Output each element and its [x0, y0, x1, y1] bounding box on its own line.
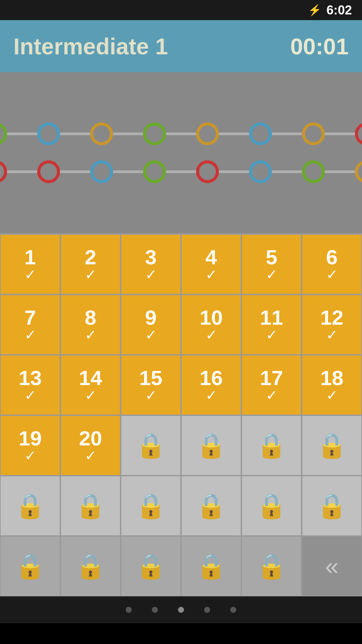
line-r2-6: [272, 170, 302, 173]
grid-cell-28[interactable]: 🔒: [181, 476, 241, 536]
dot-r1-3: [90, 122, 113, 145]
line-r2-7: [325, 170, 355, 173]
lock-icon-22: 🔒: [196, 431, 226, 460]
cell-check-9: ✓: [145, 328, 157, 342]
nav-dot-5: [230, 607, 236, 613]
dot-r1-1: [0, 122, 7, 145]
grid-cell-7[interactable]: 7✓: [0, 294, 60, 355]
cell-number-14: 14: [79, 368, 102, 388]
cell-check-7: ✓: [24, 328, 36, 342]
back-arrows-icon: «: [325, 552, 339, 580]
dot-r2-1: [0, 160, 7, 183]
grid-cell-19[interactable]: 19✓: [0, 415, 60, 476]
grid-cell-20[interactable]: 20✓: [60, 415, 121, 476]
grid-cell-26[interactable]: 🔒: [60, 476, 121, 536]
grid-cell-13[interactable]: 13✓: [0, 355, 60, 415]
dot-r2-5: [196, 160, 219, 183]
grid-cell-6[interactable]: 6✓: [302, 234, 362, 294]
dot-r2-2: [37, 160, 60, 183]
status-time: 6:02: [326, 3, 352, 17]
grid-cell-8[interactable]: 8✓: [60, 294, 121, 355]
lock-icon-27: 🔒: [136, 492, 166, 520]
nav-dot-4: [204, 607, 210, 613]
grid-cell-36[interactable]: «: [302, 536, 362, 596]
dots-container: [0, 122, 362, 183]
lock-icon-dark-35: 🔒: [256, 552, 287, 581]
grid-cell-15[interactable]: 15✓: [121, 355, 181, 415]
dots-row-1: [0, 122, 362, 145]
cell-number-10: 10: [200, 307, 223, 328]
grid-cell-30[interactable]: 🔒: [302, 476, 362, 536]
cell-check-18: ✓: [326, 388, 338, 402]
lock-icon-25: 🔒: [15, 492, 45, 520]
lock-icon-dark-31: 🔒: [15, 552, 45, 581]
puzzle-area: [0, 72, 362, 233]
cell-number-11: 11: [260, 307, 283, 328]
cell-check-1: ✓: [24, 268, 36, 282]
lock-icon-21: 🔒: [136, 431, 166, 460]
grid-cell-1[interactable]: 1✓: [0, 234, 60, 294]
grid-cell-14[interactable]: 14✓: [60, 355, 121, 415]
grid-cell-22[interactable]: 🔒: [181, 415, 241, 476]
status-bar: ⚡ 6:02: [0, 0, 362, 20]
cell-check-14: ✓: [85, 388, 97, 402]
grid-cell-35[interactable]: 🔒: [241, 536, 302, 596]
cell-check-12: ✓: [326, 328, 338, 342]
cell-check-3: ✓: [145, 268, 157, 282]
cell-number-4: 4: [205, 247, 217, 268]
lock-icon-dark-34: 🔒: [196, 552, 226, 581]
grid-cell-16[interactable]: 16✓: [181, 355, 241, 415]
grid-cell-25[interactable]: 🔒: [0, 476, 60, 536]
grid-cell-11[interactable]: 11✓: [241, 294, 302, 355]
grid-cell-2[interactable]: 2✓: [60, 234, 121, 294]
cell-check-17: ✓: [266, 388, 278, 402]
cell-number-1: 1: [24, 247, 36, 268]
header-bar: Intermediate 1 00:01: [0, 20, 362, 72]
cell-number-5: 5: [266, 247, 277, 268]
lock-icon-dark-32: 🔒: [75, 552, 106, 581]
line-r2-4: [166, 170, 196, 173]
grid-cell-23[interactable]: 🔒: [241, 415, 302, 476]
grid-cell-5[interactable]: 5✓: [241, 234, 302, 294]
grid-cell-34[interactable]: 🔒: [181, 536, 241, 596]
dot-r2-7: [302, 160, 325, 183]
line-r2-1: [7, 170, 37, 173]
line-r1-5: [219, 132, 249, 135]
grid-cell-21[interactable]: 🔒: [121, 415, 181, 476]
dot-r1-5: [196, 122, 219, 145]
grid-cell-3[interactable]: 3✓: [121, 234, 181, 294]
grid-cell-32[interactable]: 🔒: [60, 536, 121, 596]
cell-number-13: 13: [19, 368, 42, 388]
grid-cell-10[interactable]: 10✓: [181, 294, 241, 355]
line-r1-1: [7, 132, 37, 135]
grid-cell-24[interactable]: 🔒: [302, 415, 362, 476]
dot-r1-7: [302, 122, 325, 145]
grid-cell-4[interactable]: 4✓: [181, 234, 241, 294]
line-r1-3: [113, 132, 143, 135]
grid-cell-27[interactable]: 🔒: [121, 476, 181, 536]
line-r1-7: [325, 132, 355, 135]
cell-check-6: ✓: [326, 268, 338, 282]
bottom-nav: [0, 596, 362, 623]
grid-cell-18[interactable]: 18✓: [302, 355, 362, 415]
battery-icon: ⚡: [308, 4, 321, 16]
dot-r1-2: [37, 122, 60, 145]
dots-row-2: [0, 160, 362, 183]
cell-check-2: ✓: [85, 268, 97, 282]
line-r2-2: [60, 170, 90, 173]
grid-cell-17[interactable]: 17✓: [241, 355, 302, 415]
grid-cell-12[interactable]: 12✓: [302, 294, 362, 355]
grid-cell-29[interactable]: 🔒: [241, 476, 302, 536]
grid-cell-33[interactable]: 🔒: [121, 536, 181, 596]
level-grid: 1✓2✓3✓4✓5✓6✓7✓8✓9✓10✓11✓12✓13✓14✓15✓16✓1…: [0, 233, 362, 596]
cell-check-20: ✓: [85, 449, 97, 463]
cell-number-8: 8: [85, 307, 96, 328]
line-r2-3: [113, 170, 143, 173]
grid-cell-9[interactable]: 9✓: [121, 294, 181, 355]
grid-cell-31[interactable]: 🔒: [0, 536, 60, 596]
header-timer: 00:01: [290, 33, 349, 59]
cell-number-20: 20: [79, 428, 102, 449]
cell-number-7: 7: [24, 307, 36, 328]
dot-r1-4: [143, 122, 166, 145]
cell-number-16: 16: [200, 368, 223, 388]
